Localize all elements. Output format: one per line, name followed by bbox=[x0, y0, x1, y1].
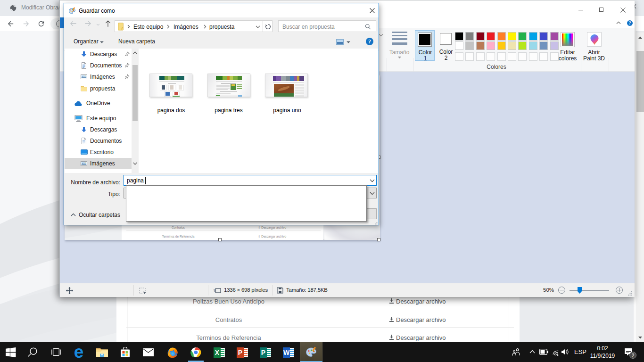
svg-text:1: 1 bbox=[213, 288, 215, 293]
